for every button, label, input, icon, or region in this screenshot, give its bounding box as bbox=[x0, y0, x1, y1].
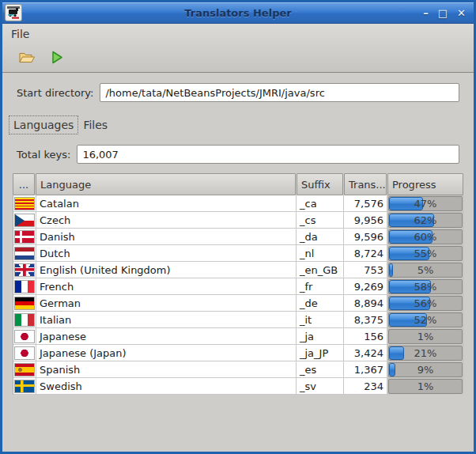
progress-bar: 56% bbox=[388, 296, 463, 311]
language-cell: English (United Kingdom) bbox=[36, 262, 297, 278]
close-button[interactable]: ✕ bbox=[457, 8, 466, 18]
table-row[interactable]: Dutch _nl 8,724 55% bbox=[13, 245, 464, 262]
suffix-cell: _fr bbox=[297, 278, 344, 295]
languages-table: ... Language Suffix Trans... Progress Ca… bbox=[13, 173, 464, 395]
jmri-app-icon bbox=[5, 4, 22, 21]
progress-cell: 9% bbox=[387, 361, 464, 378]
language-cell: Catalan bbox=[36, 195, 297, 212]
language-cell: Italian bbox=[36, 312, 297, 328]
flag-icon bbox=[14, 263, 35, 277]
table-header-row: ... Language Suffix Trans... Progress bbox=[13, 173, 464, 195]
progress-label: 56% bbox=[389, 297, 462, 310]
table-row[interactable]: Italian _it 8,375 52% bbox=[13, 312, 464, 328]
flag-icon bbox=[14, 313, 35, 327]
toolbar bbox=[2, 44, 474, 73]
window-title: Translators Helper bbox=[2, 7, 474, 19]
progress-label: 62% bbox=[389, 214, 462, 227]
progress-label: 5% bbox=[389, 263, 462, 277]
titlebar[interactable]: Translators Helper – □ ✕ bbox=[2, 2, 474, 24]
main-content: Start directory: Languages Files Total k… bbox=[2, 73, 474, 452]
tab-files[interactable]: Files bbox=[78, 115, 112, 134]
language-cell: Czech bbox=[36, 212, 297, 229]
progress-bar: 5% bbox=[388, 263, 463, 278]
table-row[interactable]: Spanish _es 1,367 9% bbox=[13, 361, 464, 378]
total-keys-input[interactable] bbox=[77, 145, 459, 164]
tab-languages[interactable]: Languages bbox=[9, 115, 78, 134]
progress-bar: 1% bbox=[388, 329, 463, 344]
column-header-language[interactable]: Language bbox=[36, 173, 296, 195]
progress-bar: 62% bbox=[388, 213, 463, 228]
total-keys-label: Total keys: bbox=[17, 149, 70, 161]
maximize-button[interactable]: □ bbox=[438, 8, 448, 18]
progress-cell: 5% bbox=[387, 262, 464, 278]
translated-cell: 9,956 bbox=[344, 212, 387, 229]
translated-cell: 8,375 bbox=[344, 312, 387, 328]
menubar: File bbox=[2, 24, 474, 44]
translated-cell: 1,367 bbox=[344, 361, 387, 378]
flag-cell bbox=[13, 361, 36, 378]
translated-cell: 8,894 bbox=[344, 295, 387, 312]
progress-bar: 52% bbox=[388, 312, 463, 327]
language-cell: Swedish bbox=[36, 378, 297, 395]
flag-icon bbox=[14, 197, 35, 210]
progress-label: 55% bbox=[389, 247, 462, 260]
progress-cell: 1% bbox=[387, 378, 464, 395]
flag-cell bbox=[13, 328, 36, 345]
translated-cell: 7,576 bbox=[344, 195, 387, 212]
language-cell: Danish bbox=[36, 229, 297, 245]
translated-cell: 9,269 bbox=[344, 278, 387, 295]
column-header-progress[interactable]: Progress bbox=[387, 173, 463, 195]
progress-cell: 62% bbox=[387, 212, 464, 229]
run-scan-button[interactable] bbox=[47, 48, 67, 69]
language-cell: German bbox=[36, 295, 297, 312]
suffix-cell: _es bbox=[297, 361, 344, 378]
translated-cell: 3,424 bbox=[344, 345, 387, 361]
suffix-cell: _de bbox=[297, 295, 344, 312]
flag-icon bbox=[14, 330, 35, 343]
progress-label: 21% bbox=[389, 346, 462, 360]
open-directory-button[interactable] bbox=[17, 48, 37, 69]
table-row[interactable]: Catalan _ca 7,576 47% bbox=[13, 195, 464, 212]
table-row[interactable]: English (United Kingdom) _en_GB 753 5% bbox=[13, 262, 464, 278]
flag-cell bbox=[13, 312, 36, 328]
suffix-cell: _nl bbox=[297, 245, 344, 262]
translated-cell: 8,724 bbox=[344, 245, 387, 262]
language-cell: French bbox=[36, 278, 297, 295]
progress-cell: 52% bbox=[387, 312, 464, 328]
progress-bar: 47% bbox=[388, 196, 463, 211]
minimize-button[interactable]: – bbox=[423, 8, 429, 18]
column-header-suffix[interactable]: Suffix bbox=[297, 173, 343, 195]
flag-icon bbox=[14, 280, 35, 293]
progress-bar: 60% bbox=[388, 229, 463, 244]
app-window: Translators Helper – □ ✕ File bbox=[0, 0, 476, 454]
table-row[interactable]: German _de 8,894 56% bbox=[13, 295, 464, 312]
flag-icon bbox=[14, 247, 35, 260]
flag-icon bbox=[14, 214, 35, 227]
start-directory-input[interactable] bbox=[100, 83, 459, 102]
table-row[interactable]: French _fr 9,269 58% bbox=[13, 278, 464, 295]
table-row[interactable]: Japanese _ja 156 1% bbox=[13, 328, 464, 345]
suffix-cell: _it bbox=[297, 312, 344, 328]
progress-bar: 21% bbox=[388, 346, 463, 361]
progress-label: 1% bbox=[389, 330, 462, 343]
suffix-cell: _ja_JP bbox=[297, 345, 344, 361]
progress-bar: 1% bbox=[388, 379, 463, 394]
flag-cell bbox=[13, 245, 36, 262]
suffix-cell: _ja bbox=[297, 328, 344, 345]
menu-file[interactable]: File bbox=[2, 25, 38, 43]
table-row[interactable]: Swedish _sv 234 1% bbox=[13, 378, 464, 395]
column-header-translated[interactable]: Trans... bbox=[344, 173, 387, 195]
table-row[interactable]: Czech _cs 9,956 62% bbox=[13, 212, 464, 229]
progress-bar: 58% bbox=[388, 279, 463, 294]
progress-label: 52% bbox=[389, 313, 462, 327]
progress-cell: 47% bbox=[387, 195, 464, 212]
column-header-flag[interactable]: ... bbox=[13, 173, 35, 195]
translated-cell: 753 bbox=[344, 262, 387, 278]
flag-icon bbox=[14, 363, 35, 376]
progress-cell: 58% bbox=[387, 278, 464, 295]
table-row[interactable]: Danish _da 9,596 60% bbox=[13, 229, 464, 245]
run-icon bbox=[51, 51, 63, 66]
flag-icon bbox=[14, 230, 35, 244]
table-body: Catalan _ca 7,576 47% Czech _cs 9,956 62… bbox=[13, 195, 464, 395]
table-row[interactable]: Japanese (Japan) _ja_JP 3,424 21% bbox=[13, 345, 464, 361]
